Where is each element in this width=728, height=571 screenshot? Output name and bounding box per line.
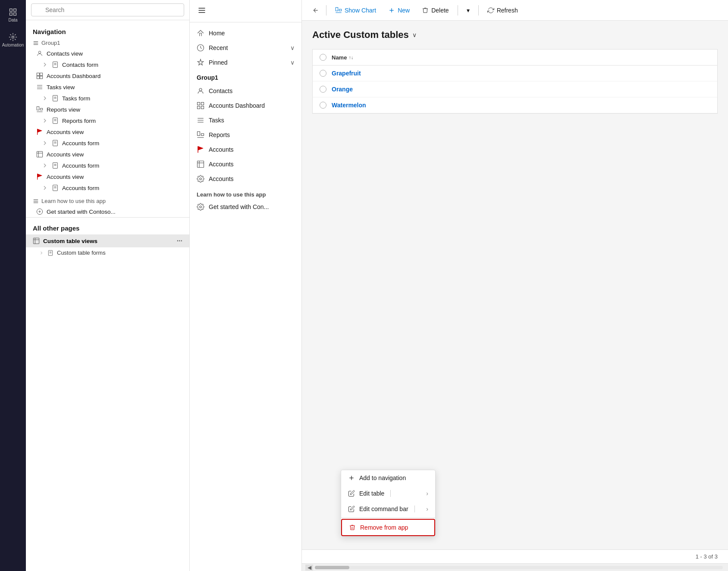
mid-item-accounts-3[interactable]: Accounts <box>190 172 301 186</box>
nav-item-accounts-view-2[interactable]: Accounts view <box>26 149 189 160</box>
row-link-grapefruit[interactable]: Grapefruit <box>332 70 710 77</box>
sort-indicator[interactable]: ↑↓ <box>348 55 353 60</box>
svg-rect-0 <box>10 9 13 12</box>
row-checkbox-2[interactable] <box>320 86 326 93</box>
ctx-remove-from-app[interactable]: Remove from app <box>341 519 435 536</box>
back-button[interactable] <box>309 7 323 14</box>
header-name-col[interactable]: Name ↑↓ <box>332 54 710 61</box>
middle-panel: Home Recent ∨ Pinned ∨ Group1 Contacts A… <box>190 0 302 571</box>
scroll-track[interactable] <box>315 566 723 569</box>
nav-group1-title: Group1 <box>26 38 189 48</box>
sidebar-item-automation[interactable]: Automation <box>2 29 24 51</box>
nav-item-tasks-form[interactable]: Tasks form <box>26 93 189 104</box>
mid-item-reports[interactable]: Reports <box>190 128 301 142</box>
svg-point-78 <box>200 206 202 208</box>
edit-cmd-divider <box>414 505 415 512</box>
svg-rect-51 <box>33 238 39 243</box>
row-checkbox-1[interactable] <box>320 70 326 77</box>
row-checkbox-3[interactable] <box>320 102 326 109</box>
sidebar-item-data-label: Data <box>8 18 17 22</box>
nav-item-reports-form[interactable]: Reports form <box>26 115 189 126</box>
ctx-add-to-nav[interactable]: Add to navigation <box>341 470 435 486</box>
mid-item-home[interactable]: Home <box>190 26 301 41</box>
edit-table-arrow: › <box>426 490 428 497</box>
nav-item-custom-table-forms[interactable]: Custom table forms <box>26 247 189 258</box>
page-title-row: Active Custom tables ∨ <box>312 29 718 41</box>
toolbar-sep-3 <box>478 5 479 16</box>
row-name-col-3: Watermelon <box>332 102 710 109</box>
nav-item-accounts-form-1[interactable]: Accounts form <box>26 137 189 149</box>
mid-item-accounts-dashboard[interactable]: Accounts Dashboard <box>190 98 301 113</box>
row-link-orange[interactable]: Orange <box>332 86 710 93</box>
svg-rect-82 <box>339 9 341 11</box>
more-options-dots[interactable]: ··· <box>177 237 182 245</box>
svg-rect-24 <box>40 108 42 110</box>
row-name-col-2: Orange <box>332 86 710 93</box>
row-checkbox-col-2 <box>320 86 332 93</box>
svg-marker-40 <box>38 174 42 177</box>
page-title-chevron[interactable]: ∨ <box>412 31 417 38</box>
nav-item-reports-view[interactable]: Reports view <box>26 104 189 115</box>
mid-item-get-started[interactable]: Get started with Con... <box>190 200 301 214</box>
mid-learn-title: Learn how to use this app <box>190 186 301 200</box>
mid-item-tasks[interactable]: Tasks <box>190 113 301 128</box>
mid-item-pinned[interactable]: Pinned ∨ <box>190 55 301 70</box>
nav-item-accounts-form-3[interactable]: Accounts form <box>26 182 189 193</box>
svg-rect-64 <box>198 106 200 109</box>
nav-item-accounts-dashboard[interactable]: Accounts Dashboard <box>26 70 189 81</box>
svg-rect-23 <box>37 106 39 110</box>
data-table: Name ↑↓ Grapefruit Orange <box>312 49 718 114</box>
nav-item-accounts-form-2[interactable]: Accounts form <box>26 160 189 171</box>
table-row: Grapefruit <box>313 66 717 81</box>
nav-bottom-section: All other pages Custom table views ··· C… <box>26 217 189 262</box>
sidebar-item-automation-label: Automation <box>2 43 24 47</box>
svg-rect-14 <box>40 73 43 75</box>
nav-item-contacts-form[interactable]: Contacts form <box>26 59 189 70</box>
scroll-thumb[interactable] <box>315 566 349 569</box>
recent-expand-chevron[interactable]: ∨ <box>290 44 295 51</box>
row-link-watermelon[interactable]: Watermelon <box>332 102 710 109</box>
svg-rect-81 <box>336 7 338 11</box>
new-button[interactable]: New <box>383 4 415 16</box>
icon-sidebar: Data Automation <box>0 0 26 571</box>
ctx-edit-command-bar[interactable]: Edit command bar › <box>341 501 435 517</box>
navigation-title: Navigation <box>26 25 189 38</box>
more-options-button[interactable]: ▾ <box>461 4 475 16</box>
nav-item-custom-table-views[interactable]: Custom table views ··· <box>26 234 189 247</box>
table-row: Orange <box>313 81 717 97</box>
pagination-label: 1 - 3 of 3 <box>696 553 718 560</box>
context-menu: Add to navigation Edit table › Edit comm… <box>341 470 436 537</box>
hamburger-button[interactable] <box>196 4 208 18</box>
nav-item-contacts-view[interactable]: Contacts view <box>26 48 189 59</box>
svg-point-61 <box>199 88 202 91</box>
table-row: Watermelon <box>313 97 717 113</box>
svg-point-77 <box>200 178 202 180</box>
main-toolbar: Show Chart New Delete ▾ Refresh <box>302 0 728 21</box>
show-chart-button[interactable]: Show Chart <box>330 4 381 16</box>
svg-rect-2 <box>10 13 13 16</box>
sidebar-item-data[interactable]: Data <box>2 4 24 26</box>
mid-item-recent[interactable]: Recent ∨ <box>190 41 301 55</box>
delete-button[interactable]: Delete <box>417 4 454 16</box>
ctx-edit-table[interactable]: Edit table › <box>341 486 435 501</box>
nav-item-accounts-view-3[interactable]: Accounts view <box>26 171 189 182</box>
scroll-left-button[interactable]: ◀ <box>305 565 313 571</box>
mid-item-contacts[interactable]: Contacts <box>190 84 301 98</box>
nav-item-accounts-view-1[interactable]: Accounts view <box>26 126 189 137</box>
svg-rect-3 <box>14 13 16 16</box>
pinned-expand-chevron[interactable]: ∨ <box>290 59 295 66</box>
row-checkbox-col-3 <box>320 102 332 109</box>
svg-marker-72 <box>198 147 203 150</box>
mid-item-accounts-1[interactable]: Accounts <box>190 142 301 157</box>
refresh-button[interactable]: Refresh <box>482 4 523 16</box>
nav-item-tasks-view[interactable]: Tasks view <box>26 81 189 93</box>
toolbar-sep-2 <box>458 5 458 16</box>
svg-rect-15 <box>37 76 39 79</box>
nav-item-get-started[interactable]: Get started with Contoso... <box>26 206 189 217</box>
search-input[interactable] <box>31 3 184 16</box>
page-title: Active Custom tables <box>312 29 409 41</box>
header-circle-checkbox[interactable] <box>320 54 326 61</box>
edit-cmd-arrow: › <box>426 505 428 512</box>
svg-rect-70 <box>201 134 204 136</box>
mid-item-accounts-2[interactable]: Accounts <box>190 157 301 172</box>
